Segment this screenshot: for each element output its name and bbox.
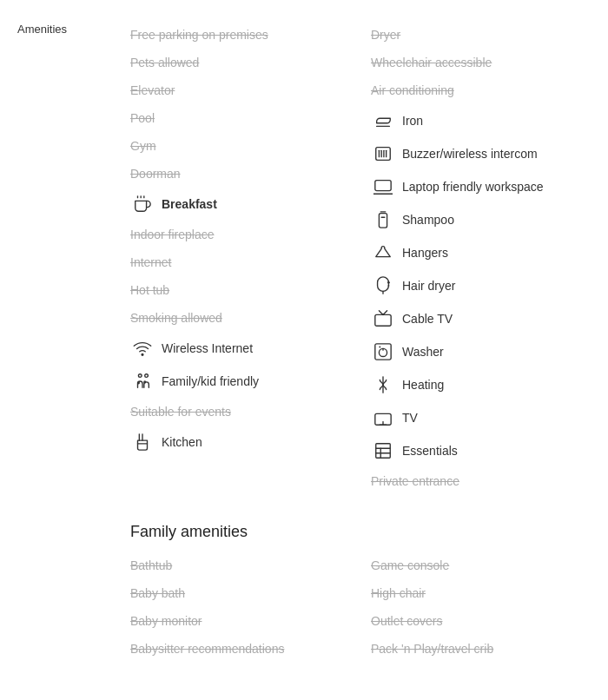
kitchen-label: Kitchen [162, 435, 350, 449]
tv-item: TV [371, 401, 591, 434]
cabletv-item: Cable TV [371, 302, 591, 335]
list-item: Elevator [130, 76, 350, 104]
family-amenities-section: Family amenities Bathtub Baby bath Baby … [17, 523, 591, 663]
heating-item: Heating [371, 368, 591, 401]
list-item: Free parking on premises [130, 21, 350, 49]
amenities-section: Amenities Free parking on premises Pets … [17, 21, 591, 495]
wireless-internet-item: Wireless Internet [130, 332, 350, 365]
essentials-icon [371, 441, 395, 460]
svg-point-5 [145, 374, 149, 378]
list-item: Smoking allowed [130, 304, 350, 332]
section-title-amenities: Amenities [17, 21, 130, 495]
wifi-icon [130, 339, 155, 358]
wireless-internet-label: Wireless Internet [162, 341, 350, 355]
list-item: Baby bath [130, 579, 350, 607]
kitchen-icon [130, 433, 155, 452]
hairdryer-icon [371, 276, 395, 295]
list-item: Gym [130, 132, 350, 160]
hairdryer-item: Hair dryer [371, 269, 591, 302]
svg-point-25 [379, 347, 380, 348]
list-item: Babysitter recommendations [130, 635, 350, 663]
svg-rect-31 [376, 444, 391, 459]
list-item: Air conditioning [371, 76, 591, 104]
essentials-label: Essentials [402, 444, 591, 458]
essentials-item: Essentials [371, 434, 591, 467]
list-item: High chair [371, 579, 591, 607]
list-item: Private entrance [371, 467, 591, 495]
cabletv-label: Cable TV [402, 312, 591, 326]
shampoo-icon [371, 210, 395, 229]
family-amenities-grid: Bathtub Baby bath Baby monitor Babysitte… [130, 551, 591, 663]
iron-label: Iron [402, 114, 591, 128]
family-label: Family/kid friendly [162, 374, 350, 388]
list-item: Hot tub [130, 276, 350, 304]
hangers-icon [371, 243, 395, 262]
buzzer-label: Buzzer/wireless intercom [402, 147, 591, 161]
svg-point-6 [138, 382, 140, 384]
list-item: Suitable for events [130, 398, 350, 426]
shampoo-label: Shampoo [402, 213, 591, 227]
list-item: Bathtub [130, 551, 350, 579]
list-item: Internet [130, 248, 350, 276]
list-item: Pets allowed [130, 49, 350, 76]
list-item: Dryer [371, 21, 591, 49]
svg-point-3 [142, 353, 143, 355]
heating-label: Heating [402, 378, 591, 392]
left-column: Free parking on premises Pets allowed El… [130, 21, 350, 495]
family-item: Family/kid friendly [130, 365, 350, 398]
list-item: Wheelchair accessible [371, 49, 591, 76]
kitchen-item: Kitchen [130, 426, 350, 459]
washer-label: Washer [402, 345, 591, 359]
breakfast-icon [130, 195, 155, 214]
list-item: Outlet covers [371, 607, 591, 635]
list-item: Game console [371, 551, 591, 579]
buzzer-item: Buzzer/wireless intercom [371, 137, 591, 170]
family-right-col: Game console High chair Outlet covers Pa… [371, 551, 591, 663]
list-item: Pool [130, 104, 350, 132]
list-item: Indoor fireplace [130, 221, 350, 248]
laptop-label: Laptop friendly workspace [402, 179, 591, 195]
amenities-grid: Free parking on premises Pets allowed El… [130, 21, 591, 495]
shampoo-item: Shampoo [371, 203, 591, 236]
svg-rect-23 [375, 344, 391, 360]
cabletv-icon [371, 309, 395, 328]
list-item: Doorman [130, 160, 350, 188]
laptop-item: Laptop friendly workspace [371, 170, 591, 203]
list-item: Baby monitor [130, 607, 350, 635]
page: Amenities Free parking on premises Pets … [17, 21, 591, 663]
tv-label: TV [402, 411, 591, 425]
hangers-item: Hangers [371, 236, 591, 269]
iron-icon [371, 111, 395, 130]
washer-icon [371, 342, 395, 361]
svg-point-20 [387, 281, 390, 284]
family-left-col: Bathtub Baby bath Baby monitor Babysitte… [130, 551, 350, 663]
buzzer-icon [371, 144, 395, 163]
section-title-family [17, 523, 130, 663]
breakfast-label: Breakfast [162, 197, 350, 211]
list-item: Pack 'n Play/travel crib [371, 635, 591, 663]
svg-rect-12 [376, 148, 391, 161]
svg-rect-22 [375, 314, 391, 326]
laptop-icon [371, 177, 395, 196]
family-amenities-title: Family amenities [130, 523, 591, 551]
washer-item: Washer [371, 335, 591, 368]
breakfast-item: Breakfast [130, 188, 350, 221]
svg-point-4 [138, 374, 142, 378]
hangers-label: Hangers [402, 246, 591, 260]
hairdryer-label: Hair dryer [402, 279, 591, 293]
heating-icon [371, 375, 395, 394]
svg-rect-17 [375, 181, 391, 191]
family-icon [130, 372, 155, 391]
tv-icon [371, 408, 395, 427]
iron-item: Iron [371, 104, 591, 137]
right-column: Dryer Wheelchair accessible Air conditio… [371, 21, 591, 495]
svg-point-21 [388, 285, 390, 287]
